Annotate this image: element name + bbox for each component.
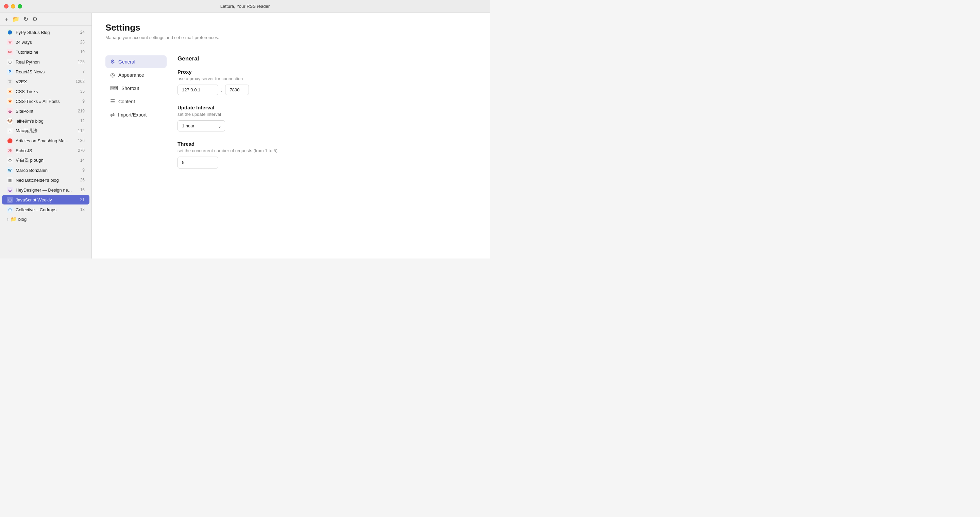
settings-page-title: Settings [105,22,476,33]
sidebar-item-smashing[interactable]: 🔴 Articles on Smashing Ma... 136 [2,136,89,145]
proxy-label: Proxy [178,69,476,75]
add-folder-button[interactable]: 📁 [12,16,19,22]
close-button[interactable] [4,4,8,8]
feed-icon-reactjs: P [7,68,13,75]
feed-count-mac: 112 [78,128,85,133]
settings-nav: ⚙ General ◎ Appearance ⌨ Shortcut ☰ Cont… [105,56,167,251]
feed-icon-echojs: JS [7,147,13,154]
window-title: Lettura, Your RSS reader [220,4,270,9]
sidebar-item-heydesigner[interactable]: ⊕ HeyDesigner — Design ne... 16 [2,185,89,195]
feed-name-marco: Marco Bonzanini [16,168,80,173]
sidebar-item-mac[interactable]: ⊕ Mac玩儿法 112 [2,126,89,136]
sidebar-item-v2ex[interactable]: ▽ V2EX 1202 [2,77,89,86]
proxy-port-input[interactable] [225,84,249,95]
app-layout: + 📁 ↻ ⚙ 🔵 PyPy Status Blog 24 ❄ 24 ways … [0,13,490,258]
feed-count-csstricks: 35 [80,89,85,94]
sidebar-item-collective[interactable]: ⊕ Collective – Codrops 13 [2,205,89,214]
feed-count-csstricksall: 9 [82,99,85,104]
thread-stepper: ▲ ▼ [178,157,218,168]
maximize-button[interactable] [18,4,22,8]
settings-nav-appearance-label: Appearance [118,72,144,78]
feed-icon-csstricksall: ✱ [7,98,13,104]
feed-count-echojs: 270 [78,148,85,153]
update-interval-description: set the update interval [178,112,476,117]
proxy-setting-group: Proxy use a proxy server for connection … [178,69,476,95]
settings-nav-shortcut[interactable]: ⌨ Shortcut [105,82,167,94]
sidebar-item-pypy[interactable]: 🔵 PyPy Status Blog 24 [2,27,89,37]
feed-icon-smashing: 🔴 [7,138,13,144]
refresh-button[interactable]: ↻ [24,16,28,22]
sidebar-item-sitepoint[interactable]: ⊛ SitePoint 219 [2,106,89,116]
feed-icon-marco: W [7,167,13,173]
sidebar-item-reactjs[interactable]: P ReactJS News 7 [2,67,89,76]
feed-count-heydesigner: 16 [80,187,85,192]
thread-setting-group: Thread set the concurrent number of requ… [178,141,476,168]
sidebar-item-chuangbaimo[interactable]: ⊙ 桩白墨 plough 14 [2,155,89,165]
thread-value-input[interactable] [178,158,218,168]
feed-count-reactjs: 7 [82,69,85,74]
sidebar-item-realpython[interactable]: ⊙ Real Python 125 [2,57,89,67]
feed-name-chuangbaimo: 桩白墨 plough [16,157,78,163]
appearance-icon: ◎ [110,72,115,78]
settings-container: Settings Manage your account settings an… [92,13,490,258]
settings-button[interactable]: ⚙ [32,16,37,22]
settings-nav-appearance[interactable]: ◎ Appearance [105,68,167,81]
traffic-lights [4,4,22,8]
sidebar-item-csstricks[interactable]: ✱ CSS-Tricks 35 [2,87,89,96]
feed-count-v2ex: 1202 [75,79,85,84]
feed-icon-laike9m: 🐶 [7,118,13,124]
feed-count-laike9m: 12 [80,119,85,123]
feed-count-chuangbaimo: 14 [80,158,85,163]
sidebar-item-ned[interactable]: ▦ Ned Batchelder's blog 26 [2,175,89,185]
general-section-title: General [178,56,476,62]
sidebar-item-jsweekly[interactable]: ⊙ JavaScript Weekly 21 [2,195,89,205]
proxy-separator: : [221,87,223,93]
feed-name-jsweekly: JavaScript Weekly [16,197,78,203]
gear-icon: ⚙ [110,59,115,65]
add-feed-button[interactable]: + [5,16,8,22]
proxy-input-row: : [178,84,476,95]
feed-icon-mac: ⊕ [7,128,13,134]
feed-icon-realpython: ⊙ [7,59,13,65]
update-interval-select[interactable]: 15 minutes 30 minutes 1 hour 2 hours 6 h… [178,120,225,132]
minimize-button[interactable] [11,4,15,8]
sidebar-toolbar: + 📁 ↻ ⚙ [0,13,91,26]
folder-name-blog: blog [18,217,85,222]
settings-nav-content[interactable]: ☰ Content [105,95,167,108]
feed-name-realpython: Real Python [16,59,75,65]
feed-name-collective: Collective – Codrops [16,207,78,212]
feed-name-csstricks: CSS-Tricks [16,89,78,94]
feed-name-echojs: Echo JS [16,148,75,153]
feed-name-heydesigner: HeyDesigner — Design ne... [16,187,78,193]
sidebar-item-marco[interactable]: W Marco Bonzanini 9 [2,165,89,175]
feed-name-mac: Mac玩儿法 [16,128,75,134]
sidebar-feed-list: 🔵 PyPy Status Blog 24 ❄ 24 ways 23 </> T… [0,26,91,258]
feed-name-laike9m: laike9m's blog [16,119,78,124]
sidebar-item-csstricksall[interactable]: ✱ CSS-Tricks » All Posts 9 [2,97,89,106]
sidebar-item-tutorialzine[interactable]: </> Tutorialzine 19 [2,47,89,57]
settings-nav-general[interactable]: ⚙ General [105,56,167,68]
settings-nav-content-label: Content [118,99,135,104]
proxy-host-input[interactable] [178,84,218,95]
sidebar-item-echojs[interactable]: JS Echo JS 270 [2,146,89,155]
sidebar-item-24ways[interactable]: ❄ 24 ways 23 [2,37,89,47]
sidebar-folder-blog[interactable]: › 📁 blog [2,215,89,224]
sidebar: + 📁 ↻ ⚙ 🔵 PyPy Status Blog 24 ❄ 24 ways … [0,13,92,258]
folder-icon: 📁 [11,216,16,222]
feed-icon-v2ex: ▽ [7,78,13,84]
feed-name-24ways: 24 ways [16,40,78,45]
feed-icon-jsweekly: ⊙ [7,197,13,203]
keyboard-icon: ⌨ [110,85,118,91]
feed-count-jsweekly: 21 [80,197,85,202]
settings-nav-importexport[interactable]: ⇄ Import/Export [105,108,167,121]
settings-nav-importexport-label: Import/Export [118,112,146,117]
feed-icon-heydesigner: ⊕ [7,187,13,193]
feed-name-sitepoint: SitePoint [16,109,75,114]
settings-page-subtitle: Manage your account settings and set e-m… [105,35,476,40]
feed-icon-collective: ⊕ [7,206,13,213]
thread-label: Thread [178,141,476,147]
content-icon: ☰ [110,98,115,105]
feed-count-ned: 26 [80,178,85,182]
thread-description: set the concurrent number of requests (f… [178,148,476,153]
sidebar-item-laike9m[interactable]: 🐶 laike9m's blog 12 [2,116,89,126]
